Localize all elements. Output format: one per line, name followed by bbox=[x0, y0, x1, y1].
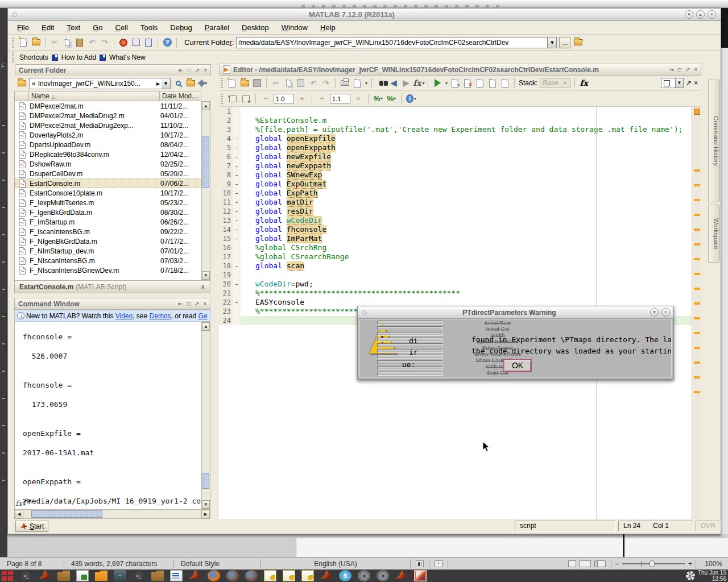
folder-icon[interactable] bbox=[57, 570, 70, 581]
fx-icon[interactable]: fx bbox=[579, 78, 589, 88]
mlint-warning-marker[interactable] bbox=[694, 347, 700, 349]
menu-go[interactable]: Go bbox=[93, 23, 102, 32]
executable-marker[interactable]: - bbox=[233, 161, 241, 171]
window-menu-icon[interactable] bbox=[13, 13, 17, 17]
draw-doc-icon-3[interactable] bbox=[301, 570, 314, 581]
executable-marker[interactable]: - bbox=[233, 143, 241, 152]
skype-icon[interactable]: S bbox=[339, 570, 351, 581]
increase-value-icon[interactable]: + bbox=[297, 94, 307, 104]
undock-icon[interactable]: ↗ bbox=[195, 67, 200, 73]
scroll-up-icon[interactable]: ▲ bbox=[202, 322, 210, 331]
decrease-value-icon[interactable]: − bbox=[260, 94, 271, 104]
zoom-out-icon[interactable]: − bbox=[615, 560, 619, 568]
simulink-icon[interactable] bbox=[118, 38, 129, 48]
paint-app-icon[interactable]: ~ bbox=[114, 570, 126, 581]
command-window-console[interactable]: fhconsole = 526.0007 fhconsole = 173.065… bbox=[14, 322, 201, 509]
undo-icon[interactable]: ↶ bbox=[308, 78, 318, 88]
scrollbar-thumb[interactable] bbox=[31, 510, 102, 518]
executable-marker[interactable]: - bbox=[233, 280, 241, 289]
code-line[interactable]: 5 - global openExppath bbox=[219, 143, 701, 152]
maximize-panel-icon[interactable]: □ bbox=[678, 66, 681, 73]
dialog-menu-icon[interactable] bbox=[362, 310, 367, 315]
new-file-icon[interactable] bbox=[18, 38, 28, 48]
up-one-level-icon[interactable]: ↑ bbox=[185, 78, 196, 89]
shortcut-how-to-add[interactable]: How to Add bbox=[61, 53, 96, 61]
search-icon[interactable] bbox=[173, 78, 183, 89]
executable-marker[interactable]: - bbox=[233, 298, 241, 307]
shortcut-whats-new[interactable]: What's New bbox=[109, 53, 146, 61]
multi-page-view-icon[interactable] bbox=[580, 560, 591, 567]
file-list-item[interactable]: DsuperCellDev.m 05/20/2... bbox=[15, 169, 201, 178]
paste-icon[interactable] bbox=[75, 38, 85, 48]
maximize-panel-icon[interactable]: □ bbox=[187, 301, 191, 307]
publish-info-icon[interactable]: i▾ bbox=[406, 94, 416, 104]
mlint-warning-marker[interactable] bbox=[694, 228, 700, 231]
menu-edit[interactable]: Edit bbox=[42, 23, 54, 32]
increase-indent-icon[interactable] bbox=[487, 78, 498, 88]
insert-section-icon[interactable] bbox=[475, 78, 485, 88]
file-list-item[interactable]: EstartConsole.m 07/06/2... bbox=[15, 178, 201, 188]
dialog-close-button[interactable]: × bbox=[661, 308, 670, 317]
mlint-warning-marker[interactable] bbox=[694, 214, 700, 216]
executable-marker[interactable]: - bbox=[233, 180, 241, 189]
scrollbar-thumb[interactable] bbox=[202, 473, 209, 489]
scrollbar-thumb[interactable] bbox=[202, 136, 209, 188]
forward-icon[interactable]: ▶ bbox=[401, 78, 411, 88]
open-file-icon[interactable] bbox=[239, 78, 250, 88]
selection-mode-icon[interactable]: ▮I bbox=[416, 560, 424, 567]
current-folder-dropdown-icon[interactable]: ▼ bbox=[548, 37, 557, 48]
run-advance-icon[interactable]: ✕ bbox=[462, 78, 473, 88]
executable-marker[interactable]: - bbox=[233, 134, 241, 143]
start-button[interactable]: Start bbox=[15, 521, 48, 532]
mlint-warning-marker[interactable] bbox=[694, 391, 700, 393]
code-line[interactable]: 19 bbox=[219, 271, 701, 280]
code-line[interactable]: 20 - wCodeDir=pwd; bbox=[219, 280, 701, 289]
globe-icon-2[interactable] bbox=[245, 570, 258, 581]
file-list-item[interactable]: DMPexcel2mat_MediaDrug2.m 04/01/2... bbox=[15, 111, 201, 120]
percent-plus-icon[interactable]: %+ bbox=[373, 94, 383, 104]
file-list-item[interactable]: DReplicate96to384conv.m 12/04/2... bbox=[15, 149, 201, 159]
shade-button[interactable]: ▾ bbox=[685, 10, 693, 19]
executable-marker[interactable]: - bbox=[233, 189, 241, 198]
executable-marker[interactable] bbox=[233, 316, 241, 325]
document-modified-icon[interactable]: * bbox=[435, 560, 442, 567]
print-preview-icon[interactable] bbox=[352, 78, 362, 88]
menu-tools[interactable]: Tools bbox=[140, 23, 158, 32]
firefox-icon[interactable] bbox=[208, 570, 220, 581]
file-list-item[interactable]: F_NImStartup_dev.m 07/01/2... bbox=[15, 246, 201, 256]
code-line[interactable]: 16 %global CSrchRng bbox=[219, 243, 701, 252]
divide-value-icon[interactable]: ÷ bbox=[317, 94, 327, 104]
book-view-icon[interactable] bbox=[594, 560, 606, 567]
find-icon[interactable] bbox=[376, 78, 386, 88]
matlab-icon-4[interactable] bbox=[395, 570, 408, 581]
menu-help[interactable]: Help bbox=[320, 23, 336, 32]
matlab-titlebar[interactable]: MATLAB 7.12.0 (R2011a) ▾ ▴ × bbox=[8, 9, 721, 21]
run-icon[interactable] bbox=[432, 78, 442, 88]
mlint-warning-marker[interactable] bbox=[694, 199, 700, 201]
zoom-slider[interactable] bbox=[622, 563, 685, 564]
folder-orange-icon[interactable] bbox=[95, 570, 107, 581]
executable-marker[interactable] bbox=[233, 116, 241, 125]
code-line[interactable]: 10 - global ExpPath bbox=[219, 189, 701, 198]
banner-link[interactable]: Video bbox=[115, 312, 133, 320]
terminal-icon[interactable]: >_ bbox=[20, 570, 32, 581]
breadcrumb[interactable]: « InovImager_jwrCF_WINLinx150... ▸ bbox=[29, 78, 163, 89]
executable-marker[interactable] bbox=[233, 107, 241, 116]
file-list-item[interactable]: F_IscanIntensBG.m 09/22/2... bbox=[15, 227, 201, 236]
tab-workspace[interactable]: Workspace bbox=[708, 205, 720, 263]
matlab-active-window-icon[interactable] bbox=[414, 570, 427, 581]
console-hscrollbar[interactable]: ◀ ▶ bbox=[14, 509, 210, 519]
executable-marker[interactable] bbox=[233, 243, 241, 252]
code-line[interactable]: 1 bbox=[219, 107, 701, 116]
profiler-icon[interactable] bbox=[143, 38, 154, 48]
globe-icon[interactable] bbox=[226, 570, 239, 581]
command-window-header[interactable]: Command Window ⇤ □ ↗ × bbox=[14, 298, 210, 310]
mlint-warning-marker[interactable] bbox=[694, 361, 700, 364]
file-list-item[interactable]: DoverlayPlots2.m 10/17/2... bbox=[15, 130, 201, 140]
single-page-view-icon[interactable] bbox=[568, 560, 576, 567]
breadcrumb-arrow-icon[interactable]: ▸ bbox=[156, 80, 160, 88]
actions-gear-icon[interactable]: ▾ bbox=[198, 78, 208, 89]
multiply-value-icon[interactable]: × bbox=[353, 94, 363, 104]
code-line[interactable]: 17 %global CSrearchRange bbox=[219, 252, 701, 261]
draw-doc-icon[interactable] bbox=[264, 570, 276, 581]
